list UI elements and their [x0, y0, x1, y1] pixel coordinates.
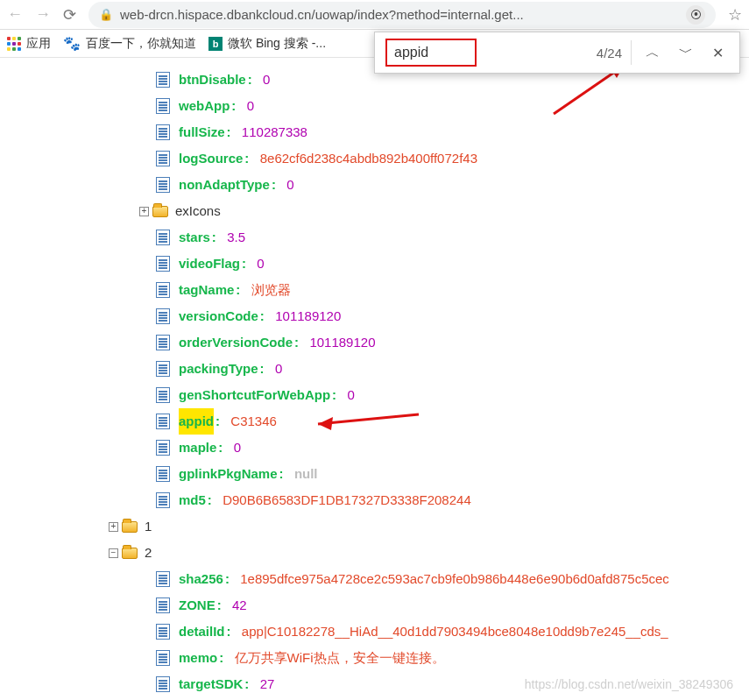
tree-row[interactable]: webApp: 0 — [12, 93, 749, 119]
bookmark-star-icon[interactable]: ☆ — [728, 5, 742, 25]
tree-row-folder[interactable]: −2 — [12, 540, 749, 566]
tree-row[interactable]: gplinkPkgName: null — [12, 461, 749, 487]
tree-row[interactable]: ZONE: 42 — [12, 592, 749, 619]
doc-icon — [156, 124, 170, 140]
doc-icon — [156, 571, 170, 587]
tree-row[interactable]: detailId: app|C10182278__HiAd__40d1dd790… — [12, 619, 749, 645]
lock-icon: 🔒 — [99, 8, 113, 21]
doc-icon — [156, 597, 170, 613]
highlighted-key: appid — [179, 408, 214, 435]
doc-icon — [156, 72, 170, 88]
doc-icon — [156, 650, 170, 666]
folder-icon — [152, 206, 168, 217]
tree-row[interactable]: fullSize: 110287338 — [12, 119, 749, 145]
expand-icon[interactable]: + — [139, 207, 149, 216]
doc-icon — [156, 387, 170, 403]
tree-row[interactable]: maple: 0 — [12, 435, 749, 461]
doc-icon — [156, 177, 170, 193]
baidu-icon: 🐾 — [63, 35, 81, 52]
tree-row[interactable]: memo: 亿万共享WiFi热点，安全一键连接。 — [12, 645, 749, 671]
find-prev-icon[interactable]: ︿ — [640, 40, 665, 66]
tree-row[interactable]: tagName: 浏览器 — [12, 277, 749, 303]
tree-row[interactable]: nonAdaptType: 0 — [12, 172, 749, 198]
find-close-icon[interactable]: ✕ — [707, 41, 729, 65]
tree-row-appid[interactable]: appid: C31346 — [12, 408, 749, 435]
doc-icon — [156, 151, 170, 166]
bookmark-label: 百度一下，你就知道 — [86, 36, 196, 52]
doc-icon — [156, 230, 170, 245]
bing-icon: b — [208, 37, 223, 51]
tree-row[interactable]: genShortcutForWebApp: 0 — [12, 382, 749, 408]
doc-icon — [156, 335, 170, 350]
tree-row[interactable]: logSource: 8e62cf6d238c4abdb892b400ff072… — [12, 145, 749, 172]
apps-label: 应用 — [26, 36, 51, 52]
doc-icon — [156, 361, 170, 377]
find-input[interactable] — [385, 39, 477, 67]
tree-row[interactable]: videoFlag: 0 — [12, 251, 749, 277]
doc-icon — [156, 282, 170, 298]
json-tree: btnDisable: 0 webApp: 0 fullSize: 110287… — [0, 58, 749, 697]
tree-row[interactable]: md5: D90B6B6583DF1DB17327D3338F208244 — [12, 487, 749, 513]
back-icon[interactable]: ← — [7, 5, 23, 24]
page-zoom-icon[interactable]: ⦿ — [686, 5, 705, 25]
url-bar[interactable]: 🔒 web-drcn.hispace.dbankcloud.cn/uowap/i… — [88, 2, 716, 28]
apps-icon — [7, 37, 21, 51]
folder-icon — [122, 548, 138, 559]
tree-row[interactable]: sha256: 1e895dfce975a4728ce2c593ac7cb9fe… — [12, 566, 749, 592]
doc-icon — [156, 676, 170, 692]
forward-icon[interactable]: → — [35, 5, 51, 24]
expand-icon[interactable]: + — [109, 522, 118, 532]
find-count: 4/24 — [597, 46, 622, 60]
find-next-icon[interactable]: ﹀ — [674, 40, 698, 66]
find-in-page-bar: 4/24 ︿ ﹀ ✕ — [374, 32, 740, 74]
doc-icon — [156, 466, 170, 482]
doc-icon — [156, 440, 170, 456]
doc-icon — [156, 256, 170, 272]
doc-icon — [156, 414, 170, 429]
doc-icon — [156, 98, 170, 114]
doc-icon — [156, 308, 170, 324]
reload-icon[interactable]: ⟳ — [63, 5, 76, 25]
bookmark-bing[interactable]: b 微软 Bing 搜索 -... — [208, 36, 326, 52]
apps-shortcut[interactable]: 应用 — [7, 36, 51, 52]
url-text: web-drcn.hispace.dbankcloud.cn/uowap/ind… — [120, 7, 679, 22]
folder-icon — [122, 521, 138, 533]
tree-row[interactable]: stars: 3.5 — [12, 224, 749, 251]
tree-row[interactable]: orderVersionCode: 101189120 — [12, 329, 749, 356]
tree-row[interactable]: versionCode: 101189120 — [12, 303, 749, 329]
collapse-icon[interactable]: − — [109, 548, 118, 558]
doc-icon — [156, 624, 170, 640]
watermark: https://blog.csdn.net/weixin_38249306 — [525, 677, 733, 691]
tree-row-folder[interactable]: +1 — [12, 513, 749, 540]
bookmark-label: 微软 Bing 搜索 -... — [228, 36, 326, 52]
doc-icon — [156, 492, 170, 508]
bookmark-baidu[interactable]: 🐾 百度一下，你就知道 — [63, 35, 196, 52]
tree-row[interactable]: packingType: 0 — [12, 356, 749, 382]
tree-row-folder[interactable]: +exIcons — [12, 198, 749, 224]
